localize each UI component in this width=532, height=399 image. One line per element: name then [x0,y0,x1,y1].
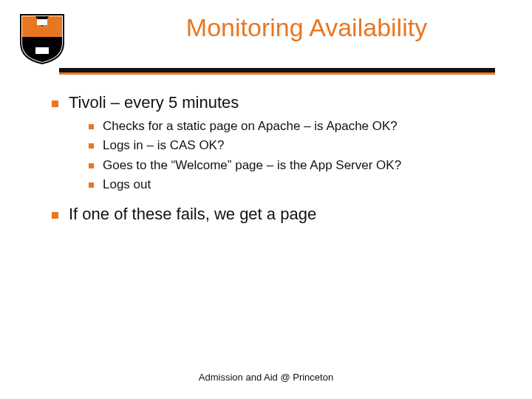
bullet-text: Tivoli – every 5 minutes [69,93,239,112]
svg-rect-1 [35,47,49,54]
bullet-marker-icon [89,183,94,188]
princeton-shield-logo [19,13,65,65]
slide-footer: Admission and Aid @ Princeton [0,372,532,383]
bullet-text: If one of these fails, we get a page [69,205,316,223]
bullet-text: Logs in – is CAS OK? [103,138,224,152]
bullet-marker-icon [52,100,58,107]
sub-bullet-list: Checks for a static page on Apache – is … [89,117,502,194]
bullet-text: Logs out [103,177,151,191]
bullet-marker-icon [89,143,94,149]
bullet-marker-icon [52,212,58,219]
bullet-text: Goes to the “Welcome” page – is the App … [103,158,401,172]
bullet-level1: If one of these fails, we get a page [52,205,502,224]
bullet-marker-icon [89,124,94,129]
svg-rect-0 [37,19,47,25]
title-divider [59,68,495,72]
bullet-level2: Goes to the “Welcome” page – is the App … [89,156,502,175]
bullet-level2: Checks for a static page on Apache – is … [89,117,502,136]
bullet-level2: Logs out [89,175,502,194]
bullet-text: Checks for a static page on Apache – is … [103,119,398,133]
bullet-level2: Logs in – is CAS OK? [89,136,502,155]
bullet-marker-icon [89,163,94,168]
bullet-level1: Tivoli – every 5 minutes [52,93,502,112]
slide-title: Monitoring Availability [111,13,502,42]
slide-body: Tivoli – every 5 minutes Checks for a st… [52,89,502,228]
